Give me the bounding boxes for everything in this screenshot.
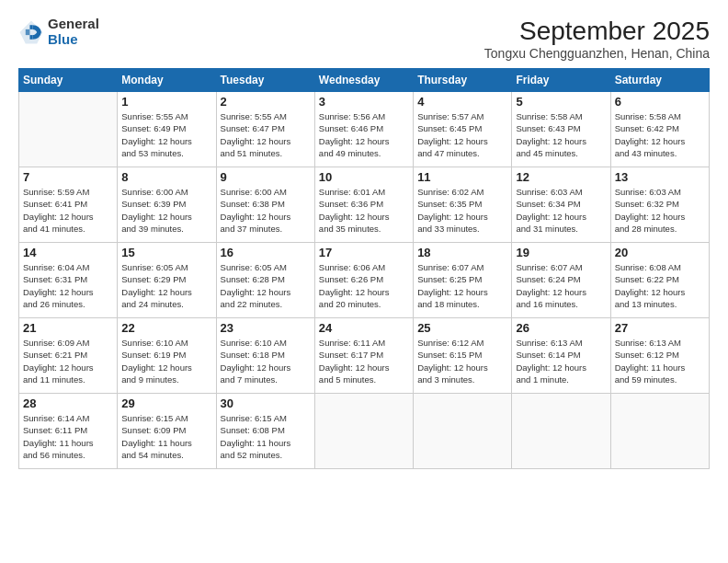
cell-info: Sunrise: 6:07 AMSunset: 6:25 PMDaylight:… xyxy=(417,261,507,310)
logo-text: General Blue xyxy=(48,17,99,47)
calendar-cell: 2Sunrise: 5:55 AMSunset: 6:47 PMDaylight… xyxy=(216,92,314,167)
day-number: 25 xyxy=(417,321,507,335)
cell-info: Sunrise: 5:55 AMSunset: 6:49 PMDaylight:… xyxy=(121,110,211,159)
day-number: 28 xyxy=(23,396,113,410)
cell-info: Sunrise: 6:15 AMSunset: 6:09 PMDaylight:… xyxy=(121,412,211,461)
week-row-1: 1Sunrise: 5:55 AMSunset: 6:49 PMDaylight… xyxy=(19,92,710,167)
page: General Blue September 2025 Tongxu Cheng… xyxy=(0,0,728,563)
day-number: 14 xyxy=(23,246,113,259)
header: General Blue September 2025 Tongxu Cheng… xyxy=(18,17,710,61)
cell-info: Sunrise: 5:58 AMSunset: 6:43 PMDaylight:… xyxy=(516,110,606,159)
day-number: 15 xyxy=(121,246,211,259)
calendar-cell: 9Sunrise: 6:00 AMSunset: 6:38 PMDaylight… xyxy=(216,167,314,243)
weekday-header-friday: Friday xyxy=(512,69,610,92)
calendar-cell xyxy=(610,394,709,469)
logo-blue-text: Blue xyxy=(48,32,99,48)
day-number: 7 xyxy=(23,170,113,184)
day-number: 17 xyxy=(319,246,409,259)
day-number: 9 xyxy=(221,170,311,184)
cell-info: Sunrise: 6:09 AMSunset: 6:21 PMDaylight:… xyxy=(23,337,113,385)
calendar-cell: 1Sunrise: 5:55 AMSunset: 6:49 PMDaylight… xyxy=(118,92,216,167)
weekday-header-tuesday: Tuesday xyxy=(216,69,314,92)
calendar-cell: 14Sunrise: 6:04 AMSunset: 6:31 PMDayligh… xyxy=(19,243,118,318)
calendar-cell: 5Sunrise: 5:58 AMSunset: 6:43 PMDaylight… xyxy=(512,92,610,167)
calendar-cell xyxy=(512,394,610,469)
day-number: 3 xyxy=(319,95,409,109)
weekday-header-sunday: Sunday xyxy=(19,69,118,92)
calendar-cell: 22Sunrise: 6:10 AMSunset: 6:19 PMDayligh… xyxy=(118,318,216,394)
day-number: 5 xyxy=(516,95,606,109)
calendar-cell: 30Sunrise: 6:15 AMSunset: 6:08 PMDayligh… xyxy=(216,394,314,469)
calendar-cell: 16Sunrise: 6:05 AMSunset: 6:28 PMDayligh… xyxy=(216,243,314,318)
cell-info: Sunrise: 6:00 AMSunset: 6:39 PMDaylight:… xyxy=(121,186,211,235)
cell-info: Sunrise: 6:05 AMSunset: 6:29 PMDaylight:… xyxy=(121,261,211,310)
day-number: 22 xyxy=(121,321,211,335)
calendar-cell: 19Sunrise: 6:07 AMSunset: 6:24 PMDayligh… xyxy=(512,243,610,318)
day-number: 12 xyxy=(516,170,606,184)
cell-info: Sunrise: 6:12 AMSunset: 6:15 PMDaylight:… xyxy=(417,337,507,385)
calendar-table: SundayMondayTuesdayWednesdayThursdayFrid… xyxy=(18,68,710,469)
weekday-header-saturday: Saturday xyxy=(610,69,709,92)
calendar-cell: 25Sunrise: 6:12 AMSunset: 6:15 PMDayligh… xyxy=(414,318,512,394)
calendar-cell: 13Sunrise: 6:03 AMSunset: 6:32 PMDayligh… xyxy=(610,167,709,243)
day-number: 20 xyxy=(615,246,705,259)
day-number: 1 xyxy=(121,95,211,109)
cell-info: Sunrise: 6:04 AMSunset: 6:31 PMDaylight:… xyxy=(23,261,113,310)
calendar-cell: 24Sunrise: 6:11 AMSunset: 6:17 PMDayligh… xyxy=(314,318,413,394)
calendar-cell: 21Sunrise: 6:09 AMSunset: 6:21 PMDayligh… xyxy=(19,318,118,394)
week-row-4: 21Sunrise: 6:09 AMSunset: 6:21 PMDayligh… xyxy=(19,318,710,394)
calendar-cell: 6Sunrise: 5:58 AMSunset: 6:42 PMDaylight… xyxy=(610,92,709,167)
cell-info: Sunrise: 6:13 AMSunset: 6:14 PMDaylight:… xyxy=(516,337,606,385)
calendar-cell xyxy=(414,394,512,469)
calendar-cell: 23Sunrise: 6:10 AMSunset: 6:18 PMDayligh… xyxy=(216,318,314,394)
day-number: 6 xyxy=(615,95,705,109)
calendar-cell: 29Sunrise: 6:15 AMSunset: 6:09 PMDayligh… xyxy=(118,394,216,469)
day-number: 18 xyxy=(417,246,507,259)
day-number: 30 xyxy=(221,396,311,410)
cell-info: Sunrise: 6:14 AMSunset: 6:11 PMDaylight:… xyxy=(23,412,113,461)
calendar-cell xyxy=(314,394,413,469)
day-number: 2 xyxy=(221,95,311,109)
week-row-3: 14Sunrise: 6:04 AMSunset: 6:31 PMDayligh… xyxy=(19,243,710,318)
cell-info: Sunrise: 6:10 AMSunset: 6:19 PMDaylight:… xyxy=(121,337,211,385)
calendar-cell: 3Sunrise: 5:56 AMSunset: 6:46 PMDaylight… xyxy=(314,92,413,167)
day-number: 27 xyxy=(615,321,705,335)
day-number: 4 xyxy=(417,95,507,109)
calendar-cell: 20Sunrise: 6:08 AMSunset: 6:22 PMDayligh… xyxy=(610,243,709,318)
calendar-cell xyxy=(19,92,118,167)
calendar-cell: 27Sunrise: 6:13 AMSunset: 6:12 PMDayligh… xyxy=(610,318,709,394)
week-row-2: 7Sunrise: 5:59 AMSunset: 6:41 PMDaylight… xyxy=(19,167,710,243)
cell-info: Sunrise: 6:05 AMSunset: 6:28 PMDaylight:… xyxy=(221,261,311,310)
cell-info: Sunrise: 6:00 AMSunset: 6:38 PMDaylight:… xyxy=(221,186,311,235)
day-number: 19 xyxy=(516,246,606,259)
calendar-cell: 7Sunrise: 5:59 AMSunset: 6:41 PMDaylight… xyxy=(19,167,118,243)
calendar-cell: 15Sunrise: 6:05 AMSunset: 6:29 PMDayligh… xyxy=(118,243,216,318)
cell-info: Sunrise: 6:03 AMSunset: 6:32 PMDaylight:… xyxy=(615,186,705,235)
location: Tongxu Chengguanzhen, Henan, China xyxy=(484,46,710,61)
cell-info: Sunrise: 6:02 AMSunset: 6:35 PMDaylight:… xyxy=(417,186,507,235)
day-number: 11 xyxy=(417,170,507,184)
logo-icon xyxy=(18,19,44,45)
calendar-cell: 4Sunrise: 5:57 AMSunset: 6:45 PMDaylight… xyxy=(414,92,512,167)
cell-info: Sunrise: 6:07 AMSunset: 6:24 PMDaylight:… xyxy=(516,261,606,310)
day-number: 10 xyxy=(319,170,409,184)
day-number: 29 xyxy=(121,396,211,410)
day-number: 21 xyxy=(23,321,113,335)
cell-info: Sunrise: 5:58 AMSunset: 6:42 PMDaylight:… xyxy=(615,110,705,159)
cell-info: Sunrise: 6:03 AMSunset: 6:34 PMDaylight:… xyxy=(516,186,606,235)
cell-info: Sunrise: 6:10 AMSunset: 6:18 PMDaylight:… xyxy=(221,337,311,385)
cell-info: Sunrise: 6:15 AMSunset: 6:08 PMDaylight:… xyxy=(221,412,311,461)
day-number: 23 xyxy=(221,321,311,335)
day-number: 13 xyxy=(615,170,705,184)
weekday-header-thursday: Thursday xyxy=(414,69,512,92)
cell-info: Sunrise: 5:59 AMSunset: 6:41 PMDaylight:… xyxy=(23,186,113,235)
weekday-header-monday: Monday xyxy=(118,69,216,92)
calendar-cell: 18Sunrise: 6:07 AMSunset: 6:25 PMDayligh… xyxy=(414,243,512,318)
day-number: 8 xyxy=(121,170,211,184)
day-number: 24 xyxy=(319,321,409,335)
weekday-header-wednesday: Wednesday xyxy=(314,69,413,92)
calendar-cell: 8Sunrise: 6:00 AMSunset: 6:39 PMDaylight… xyxy=(118,167,216,243)
month-title: September 2025 xyxy=(484,17,710,46)
calendar-cell: 28Sunrise: 6:14 AMSunset: 6:11 PMDayligh… xyxy=(19,394,118,469)
cell-info: Sunrise: 6:11 AMSunset: 6:17 PMDaylight:… xyxy=(319,337,409,385)
